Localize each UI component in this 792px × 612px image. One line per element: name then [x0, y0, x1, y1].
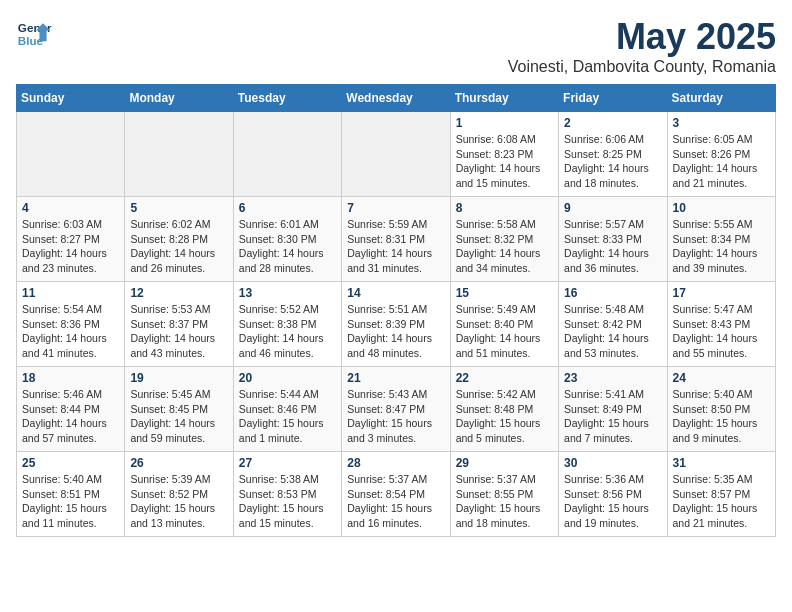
day-number: 16 [564, 286, 661, 300]
weekday-header: Tuesday [233, 85, 341, 112]
day-number: 28 [347, 456, 444, 470]
day-info: Sunrise: 5:37 AM Sunset: 8:54 PM Dayligh… [347, 472, 444, 531]
day-info: Sunrise: 5:39 AM Sunset: 8:52 PM Dayligh… [130, 472, 227, 531]
calendar-cell: 22Sunrise: 5:42 AM Sunset: 8:48 PM Dayli… [450, 367, 558, 452]
calendar-cell: 31Sunrise: 5:35 AM Sunset: 8:57 PM Dayli… [667, 452, 775, 537]
page-header: General Blue May 2025 Voinesti, Dambovit… [16, 16, 776, 76]
day-info: Sunrise: 6:05 AM Sunset: 8:26 PM Dayligh… [673, 132, 770, 191]
month-year-title: May 2025 [508, 16, 776, 58]
day-number: 3 [673, 116, 770, 130]
day-number: 8 [456, 201, 553, 215]
calendar-cell [125, 112, 233, 197]
weekday-header: Saturday [667, 85, 775, 112]
calendar-week-row: 18Sunrise: 5:46 AM Sunset: 8:44 PM Dayli… [17, 367, 776, 452]
day-info: Sunrise: 5:42 AM Sunset: 8:48 PM Dayligh… [456, 387, 553, 446]
day-info: Sunrise: 5:45 AM Sunset: 8:45 PM Dayligh… [130, 387, 227, 446]
calendar-cell: 21Sunrise: 5:43 AM Sunset: 8:47 PM Dayli… [342, 367, 450, 452]
day-info: Sunrise: 6:01 AM Sunset: 8:30 PM Dayligh… [239, 217, 336, 276]
weekday-header: Thursday [450, 85, 558, 112]
day-info: Sunrise: 5:38 AM Sunset: 8:53 PM Dayligh… [239, 472, 336, 531]
day-number: 25 [22, 456, 119, 470]
calendar-cell: 14Sunrise: 5:51 AM Sunset: 8:39 PM Dayli… [342, 282, 450, 367]
calendar-cell: 23Sunrise: 5:41 AM Sunset: 8:49 PM Dayli… [559, 367, 667, 452]
weekday-header: Sunday [17, 85, 125, 112]
day-number: 20 [239, 371, 336, 385]
calendar-cell: 19Sunrise: 5:45 AM Sunset: 8:45 PM Dayli… [125, 367, 233, 452]
day-info: Sunrise: 5:36 AM Sunset: 8:56 PM Dayligh… [564, 472, 661, 531]
calendar-cell: 6Sunrise: 6:01 AM Sunset: 8:30 PM Daylig… [233, 197, 341, 282]
logo: General Blue [16, 16, 52, 52]
weekday-header: Friday [559, 85, 667, 112]
logo-icon: General Blue [16, 16, 52, 52]
day-info: Sunrise: 5:37 AM Sunset: 8:55 PM Dayligh… [456, 472, 553, 531]
day-number: 10 [673, 201, 770, 215]
day-info: Sunrise: 5:58 AM Sunset: 8:32 PM Dayligh… [456, 217, 553, 276]
day-info: Sunrise: 5:55 AM Sunset: 8:34 PM Dayligh… [673, 217, 770, 276]
weekday-header: Monday [125, 85, 233, 112]
calendar-cell: 27Sunrise: 5:38 AM Sunset: 8:53 PM Dayli… [233, 452, 341, 537]
calendar-cell: 20Sunrise: 5:44 AM Sunset: 8:46 PM Dayli… [233, 367, 341, 452]
day-number: 24 [673, 371, 770, 385]
day-info: Sunrise: 5:41 AM Sunset: 8:49 PM Dayligh… [564, 387, 661, 446]
calendar-cell: 25Sunrise: 5:40 AM Sunset: 8:51 PM Dayli… [17, 452, 125, 537]
calendar-cell [342, 112, 450, 197]
day-info: Sunrise: 5:44 AM Sunset: 8:46 PM Dayligh… [239, 387, 336, 446]
calendar-cell: 24Sunrise: 5:40 AM Sunset: 8:50 PM Dayli… [667, 367, 775, 452]
calendar-cell: 13Sunrise: 5:52 AM Sunset: 8:38 PM Dayli… [233, 282, 341, 367]
day-info: Sunrise: 5:40 AM Sunset: 8:51 PM Dayligh… [22, 472, 119, 531]
calendar-table: SundayMondayTuesdayWednesdayThursdayFrid… [16, 84, 776, 537]
calendar-cell [17, 112, 125, 197]
day-info: Sunrise: 5:57 AM Sunset: 8:33 PM Dayligh… [564, 217, 661, 276]
calendar-cell: 4Sunrise: 6:03 AM Sunset: 8:27 PM Daylig… [17, 197, 125, 282]
day-number: 31 [673, 456, 770, 470]
day-info: Sunrise: 5:47 AM Sunset: 8:43 PM Dayligh… [673, 302, 770, 361]
calendar-cell: 10Sunrise: 5:55 AM Sunset: 8:34 PM Dayli… [667, 197, 775, 282]
calendar-cell: 9Sunrise: 5:57 AM Sunset: 8:33 PM Daylig… [559, 197, 667, 282]
calendar-week-row: 25Sunrise: 5:40 AM Sunset: 8:51 PM Dayli… [17, 452, 776, 537]
title-section: May 2025 Voinesti, Dambovita County, Rom… [508, 16, 776, 76]
calendar-cell: 26Sunrise: 5:39 AM Sunset: 8:52 PM Dayli… [125, 452, 233, 537]
calendar-cell: 1Sunrise: 6:08 AM Sunset: 8:23 PM Daylig… [450, 112, 558, 197]
calendar-cell: 18Sunrise: 5:46 AM Sunset: 8:44 PM Dayli… [17, 367, 125, 452]
day-info: Sunrise: 5:48 AM Sunset: 8:42 PM Dayligh… [564, 302, 661, 361]
calendar-cell: 16Sunrise: 5:48 AM Sunset: 8:42 PM Dayli… [559, 282, 667, 367]
day-number: 5 [130, 201, 227, 215]
day-number: 22 [456, 371, 553, 385]
day-info: Sunrise: 5:52 AM Sunset: 8:38 PM Dayligh… [239, 302, 336, 361]
day-number: 26 [130, 456, 227, 470]
day-info: Sunrise: 5:35 AM Sunset: 8:57 PM Dayligh… [673, 472, 770, 531]
day-number: 6 [239, 201, 336, 215]
weekday-header: Wednesday [342, 85, 450, 112]
calendar-cell: 30Sunrise: 5:36 AM Sunset: 8:56 PM Dayli… [559, 452, 667, 537]
day-number: 11 [22, 286, 119, 300]
day-number: 14 [347, 286, 444, 300]
day-number: 4 [22, 201, 119, 215]
day-info: Sunrise: 5:43 AM Sunset: 8:47 PM Dayligh… [347, 387, 444, 446]
day-number: 21 [347, 371, 444, 385]
calendar-week-row: 4Sunrise: 6:03 AM Sunset: 8:27 PM Daylig… [17, 197, 776, 282]
day-number: 18 [22, 371, 119, 385]
day-info: Sunrise: 5:40 AM Sunset: 8:50 PM Dayligh… [673, 387, 770, 446]
location-subtitle: Voinesti, Dambovita County, Romania [508, 58, 776, 76]
day-number: 12 [130, 286, 227, 300]
calendar-cell: 7Sunrise: 5:59 AM Sunset: 8:31 PM Daylig… [342, 197, 450, 282]
calendar-cell: 15Sunrise: 5:49 AM Sunset: 8:40 PM Dayli… [450, 282, 558, 367]
day-number: 13 [239, 286, 336, 300]
calendar-cell: 17Sunrise: 5:47 AM Sunset: 8:43 PM Dayli… [667, 282, 775, 367]
calendar-cell: 29Sunrise: 5:37 AM Sunset: 8:55 PM Dayli… [450, 452, 558, 537]
day-info: Sunrise: 5:46 AM Sunset: 8:44 PM Dayligh… [22, 387, 119, 446]
calendar-cell: 2Sunrise: 6:06 AM Sunset: 8:25 PM Daylig… [559, 112, 667, 197]
day-info: Sunrise: 6:02 AM Sunset: 8:28 PM Dayligh… [130, 217, 227, 276]
weekday-header-row: SundayMondayTuesdayWednesdayThursdayFrid… [17, 85, 776, 112]
day-number: 7 [347, 201, 444, 215]
day-info: Sunrise: 5:51 AM Sunset: 8:39 PM Dayligh… [347, 302, 444, 361]
day-number: 29 [456, 456, 553, 470]
day-info: Sunrise: 6:03 AM Sunset: 8:27 PM Dayligh… [22, 217, 119, 276]
calendar-week-row: 11Sunrise: 5:54 AM Sunset: 8:36 PM Dayli… [17, 282, 776, 367]
day-number: 23 [564, 371, 661, 385]
day-number: 30 [564, 456, 661, 470]
day-number: 9 [564, 201, 661, 215]
calendar-cell: 5Sunrise: 6:02 AM Sunset: 8:28 PM Daylig… [125, 197, 233, 282]
day-number: 15 [456, 286, 553, 300]
calendar-week-row: 1Sunrise: 6:08 AM Sunset: 8:23 PM Daylig… [17, 112, 776, 197]
